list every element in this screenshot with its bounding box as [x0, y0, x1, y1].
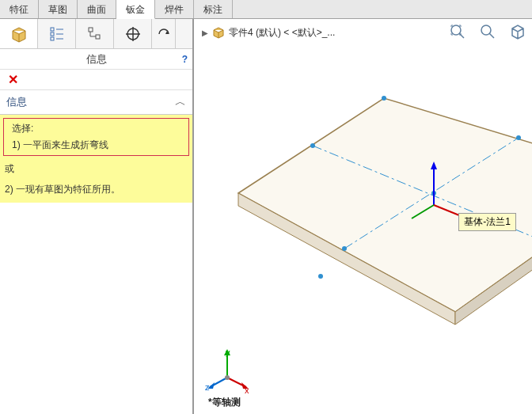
panel-tab-feature[interactable] — [0, 19, 38, 48]
cube-icon — [10, 25, 28, 44]
svg-rect-7 — [96, 35, 100, 39]
or-label: 或 — [0, 161, 192, 177]
list-icon — [48, 25, 66, 43]
highlight-box: 选择: 1) 一平面来生成折弯线 — [3, 118, 189, 156]
close-icon[interactable]: ✕ — [8, 72, 18, 87]
svg-rect-0 — [51, 28, 54, 31]
chevron-up-icon: ︿ — [175, 95, 186, 109]
zoom-fit-icon[interactable] — [448, 22, 467, 41]
axis-z-label: z — [205, 382, 210, 392]
property-panel: 信息 ? ✕ 信息 ︿ 选择: 1) 一平面来生成折弯线 或 2) 一现有草图为… — [0, 19, 194, 414]
svg-rect-1 — [51, 32, 54, 36]
tree-icon — [86, 25, 104, 43]
section-label: 信息 — [6, 95, 27, 109]
option-1: 1) 一平面来生成折弯线 — [7, 137, 185, 154]
svg-point-29 — [225, 375, 230, 380]
svg-point-18 — [516, 135, 521, 140]
panel-tab-tree[interactable] — [76, 19, 114, 48]
part-icon — [211, 25, 226, 40]
select-label: 选择: — [7, 120, 185, 137]
breadcrumb[interactable]: ▶ 零件4 (默认) < <默认>_... — [202, 25, 335, 40]
info-box: 选择: 1) 一平面来生成折弯线 或 2) 一现有草图为特征所用。 — [0, 114, 192, 203]
close-row: ✕ — [0, 70, 192, 90]
tab-sheetmetal[interactable]: 钣金 — [116, 0, 155, 19]
svg-line-12 — [459, 33, 464, 38]
panel-tab-bar — [0, 19, 192, 49]
part-name: 零件4 (默认) < <默认>_... — [229, 26, 335, 40]
crosshair-icon — [124, 25, 142, 43]
panel-tab-more[interactable] — [152, 19, 176, 48]
view-orientation-label: *等轴测 — [208, 396, 241, 409]
svg-point-19 — [342, 246, 347, 251]
arrow-icon — [157, 27, 171, 41]
svg-point-22 — [318, 274, 323, 279]
tab-annotation[interactable]: 标注 — [194, 0, 233, 18]
axis-y-label: y — [226, 348, 230, 357]
tab-surface[interactable]: 曲面 — [78, 0, 116, 18]
panel-tab-target[interactable] — [114, 19, 152, 48]
tab-weldment[interactable]: 焊件 — [155, 0, 194, 18]
triangle-icon: ▶ — [202, 28, 208, 37]
tab-feature[interactable]: 特征 — [0, 0, 39, 18]
zoom-area-icon[interactable] — [478, 22, 497, 41]
svg-point-17 — [310, 143, 315, 148]
panel-title: 信息 — [86, 52, 107, 66]
panel-tab-list[interactable] — [38, 19, 76, 48]
viewport-area: ▶ 零件4 (默认) < <默认>_... 基体-法兰1 — [194, 19, 532, 414]
svg-line-14 — [489, 33, 494, 38]
view-toolbar — [448, 22, 527, 41]
hover-tooltip: 基体-法兰1 — [458, 213, 516, 231]
view-cube-icon[interactable] — [508, 22, 527, 41]
svg-rect-2 — [51, 37, 54, 40]
main-tabs: 特征 草图 曲面 钣金 焊件 标注 — [0, 0, 532, 19]
axis-x-label: x — [245, 386, 249, 395]
svg-point-21 — [382, 96, 386, 101]
tab-sketch[interactable]: 草图 — [39, 0, 78, 18]
main-area: 信息 ? ✕ 信息 ︿ 选择: 1) 一平面来生成折弯线 或 2) 一现有草图为… — [0, 19, 532, 414]
section-header[interactable]: 信息 ︿ — [0, 90, 192, 114]
panel-title-row: 信息 ? — [0, 49, 192, 70]
help-icon[interactable]: ? — [182, 54, 188, 65]
option-2: 2) 一现有草图为特征所用。 — [0, 181, 192, 198]
svg-rect-6 — [89, 28, 93, 32]
